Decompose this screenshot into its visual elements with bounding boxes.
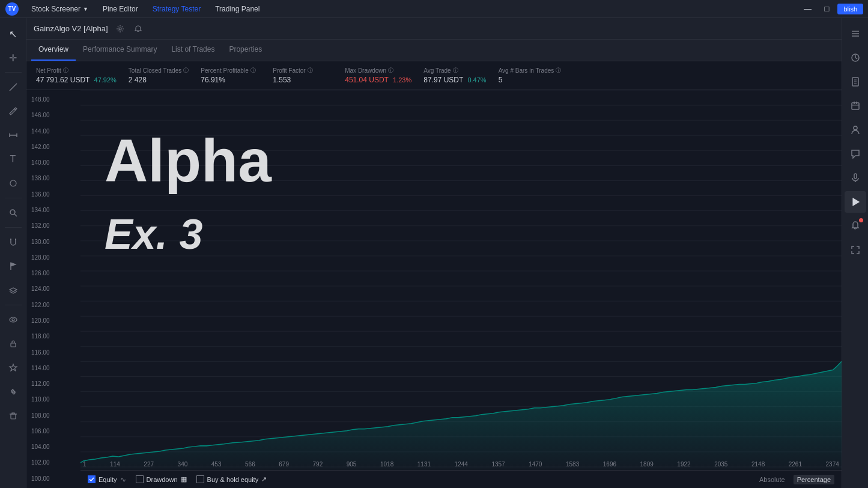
info-icon-3[interactable]: ⓘ [250, 67, 256, 75]
info-icon-2[interactable]: ⓘ [183, 67, 189, 75]
lock-icon[interactable] [2, 333, 24, 355]
logo-circle: TV [5, 2, 19, 16]
expand-right-icon[interactable] [845, 239, 866, 261]
buyhold-checkbox[interactable] [196, 475, 204, 483]
nav-strategy-tester[interactable]: Strategy Tester [145, 0, 208, 17]
bell-right-icon[interactable] [845, 215, 866, 237]
strategy-header: GainzAlgo V2 [Alpha] [26, 18, 842, 40]
left-sidebar: ↖ ✛ T [0, 18, 26, 488]
link-icon[interactable] [2, 381, 24, 403]
nav-pine-editor[interactable]: Pine Editor [96, 0, 145, 17]
svg-point-56 [854, 126, 857, 130]
svg-point-11 [12, 319, 14, 321]
info-icon-1[interactable]: ⓘ [63, 67, 68, 75]
info-icon-5[interactable]: ⓘ [388, 67, 393, 75]
bell-notification-dot [859, 218, 863, 222]
svg-rect-12 [11, 343, 16, 347]
eye-icon[interactable] [2, 309, 24, 331]
layers-icon[interactable] [2, 279, 24, 301]
right-sidebar [842, 18, 868, 488]
nav-items: Stock Screener ▼ Pine Editor Strategy Te… [24, 0, 267, 17]
percentage-button[interactable]: Percentage [794, 475, 834, 484]
metric-profit-factor: Profit Factor ⓘ 1.553 [273, 67, 345, 84]
trash-icon[interactable] [2, 405, 24, 427]
crosshair-icon[interactable]: ✛ [2, 47, 24, 69]
user-right-icon[interactable] [845, 119, 866, 141]
cursor-icon[interactable]: ↖ [2, 23, 24, 44]
equity-chart-canvas [80, 90, 842, 470]
nav-right: — □ blish [799, 2, 868, 16]
tab-properties[interactable]: Properties [222, 39, 269, 61]
svg-line-6 [14, 214, 17, 216]
svg-marker-59 [853, 198, 859, 206]
svg-rect-13 [11, 414, 16, 419]
shape-icon[interactable] [2, 172, 24, 194]
settings-icon[interactable] [113, 22, 127, 36]
main-layout: ↖ ✛ T [0, 18, 868, 488]
equity-legend-item[interactable]: Equity ∿ [88, 475, 126, 484]
clock-right-icon[interactable] [845, 47, 866, 69]
buyhold-trend-icon: ↗ [261, 475, 267, 483]
content-area: GainzAlgo V2 [Alpha] Overview Performanc… [26, 18, 842, 488]
metric-closed-trades: Total Closed Trades ⓘ 2 428 [129, 67, 201, 84]
metric-net-profit: Net Profit ⓘ 47 791.62 USDT 47.92% [36, 67, 129, 84]
strategy-icons [113, 22, 145, 36]
equity-tilde-icon: ∿ [120, 475, 126, 484]
equity-chart-svg [80, 90, 842, 470]
equity-area [80, 361, 842, 470]
divider-4 [5, 305, 22, 305]
metric-max-drawdown: Max Drawdown ⓘ 451.04 USDT 1.23% [345, 67, 423, 84]
nav-trading-panel[interactable]: Trading Panel [208, 0, 267, 17]
metric-percent-profitable: Percent Profitable ⓘ 76.91% [201, 67, 273, 84]
divider-1 [5, 72, 22, 73]
metrics-bar: Net Profit ⓘ 47 791.62 USDT 47.92% Total… [26, 61, 842, 90]
trend-line-icon[interactable] [2, 76, 24, 98]
pencil-icon[interactable] [2, 100, 24, 122]
x-axis: 1 114 227 340 453 566 679 792 905 1018 1… [80, 458, 842, 470]
tab-performance[interactable]: Performance Summary [76, 39, 164, 61]
divider-3 [5, 227, 22, 228]
maximize-button[interactable]: □ [818, 2, 835, 16]
metric-avg-trade: Avg Trade ⓘ 87.97 USDT 0.47% [423, 67, 498, 84]
svg-line-47 [855, 58, 857, 59]
info-icon-4[interactable]: ⓘ [308, 67, 313, 75]
svg-point-5 [10, 210, 15, 215]
magnet-icon[interactable] [2, 231, 24, 253]
metric-avg-bars: Avg # Bars in Trades ⓘ 5 [499, 67, 574, 84]
strategy-title: GainzAlgo V2 [Alpha] [34, 24, 108, 33]
svg-rect-52 [852, 103, 859, 109]
document-right-icon[interactable] [845, 71, 866, 93]
y-axis: 148.00 146.00 144.00 142.00 140.00 138.0… [26, 90, 80, 488]
absolute-button[interactable]: Absolute [756, 475, 789, 484]
divider-2 [5, 198, 22, 198]
svg-point-15 [119, 28, 121, 30]
logo[interactable]: TV [0, 0, 24, 17]
measure-icon[interactable] [2, 124, 24, 146]
star-icon[interactable] [2, 357, 24, 379]
mic-right-icon[interactable] [845, 167, 866, 189]
tab-overview[interactable]: Overview [31, 39, 76, 61]
alert-icon[interactable] [131, 22, 145, 36]
chat-right-icon[interactable] [845, 143, 866, 165]
drawdown-legend-item[interactable]: Drawdown ▦ [136, 475, 187, 483]
nav-stock-screener[interactable]: Stock Screener ▼ [24, 0, 96, 17]
zoom-icon[interactable] [2, 202, 24, 224]
svg-rect-57 [854, 174, 857, 178]
info-icon-7[interactable]: ⓘ [556, 67, 561, 75]
drawdown-checkbox[interactable] [136, 475, 144, 483]
chart-area[interactable]: Alpha Ex. 3 148.00 146.00 144.00 142.00 … [26, 90, 842, 488]
toolbar-right-icon[interactable] [845, 23, 866, 44]
calendar-right-icon[interactable] [845, 95, 866, 117]
equity-checkbox[interactable] [88, 475, 96, 483]
chart-legend: Equity ∿ Drawdown ▦ Buy & hold equity ↗ … [80, 470, 842, 488]
text-icon[interactable]: T [2, 148, 24, 170]
play-right-icon[interactable] [845, 191, 866, 213]
flag-icon[interactable] [2, 255, 24, 277]
tab-list-of-trades[interactable]: List of Trades [164, 39, 222, 61]
buyhold-legend-item[interactable]: Buy & hold equity ↗ [196, 475, 267, 483]
svg-point-4 [10, 180, 16, 186]
publish-button[interactable]: blish [837, 4, 863, 14]
minimize-button[interactable]: — [799, 2, 816, 16]
info-icon-6[interactable]: ⓘ [453, 67, 458, 75]
drawdown-bars-icon: ▦ [181, 475, 187, 483]
